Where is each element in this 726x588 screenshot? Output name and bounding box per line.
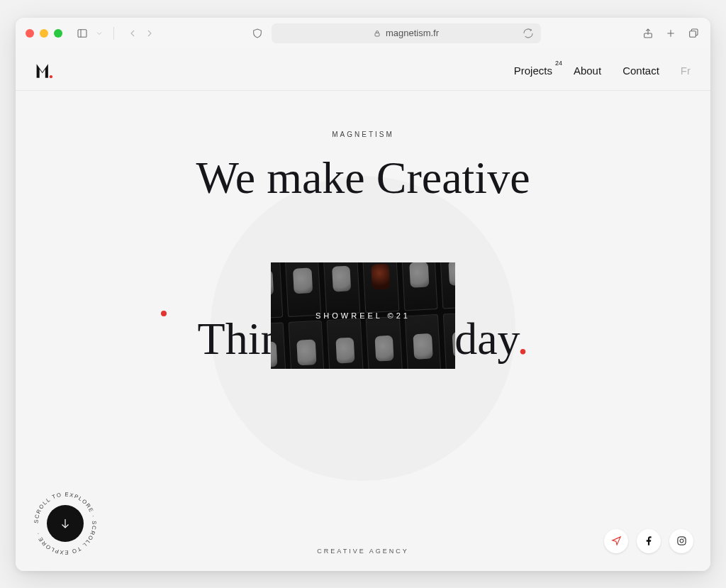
- nav-about[interactable]: About: [574, 65, 601, 77]
- nav-language-toggle[interactable]: Fr: [681, 65, 691, 77]
- scroll-to-explore-badge[interactable]: SCROLL TO EXPLORE · SCROLL TO EXPLORE ·: [31, 489, 99, 558]
- window-close-button[interactable]: [26, 29, 34, 38]
- reload-icon[interactable]: [521, 26, 535, 40]
- hero-mid-row: SHOWREEL ©21: [16, 262, 710, 369]
- facebook-button[interactable]: [637, 529, 661, 553]
- hero-headline-line1: We make Creative: [196, 154, 530, 201]
- address-bar-wrap: magnetism.fr: [162, 23, 628, 43]
- tabs-overview-icon[interactable]: [686, 26, 700, 40]
- showreel-label: SHOWREEL ©21: [315, 311, 411, 320]
- share-icon[interactable]: [641, 26, 655, 40]
- svg-rect-11: [677, 537, 685, 545]
- forward-button[interactable]: [143, 26, 157, 40]
- svg-rect-6: [690, 30, 696, 37]
- privacy-shield-icon[interactable]: [250, 26, 264, 40]
- nav-contact[interactable]: Contact: [622, 65, 659, 77]
- hero-section: MAGNETISM We make Creative Things, Every…: [16, 91, 710, 570]
- page-content: Projects 24 About Contact Fr MAGNETISM W…: [16, 49, 710, 571]
- toolbar-divider: [113, 27, 114, 40]
- location-button[interactable]: [604, 529, 628, 553]
- svg-marker-7: [37, 64, 48, 78]
- nav-projects[interactable]: Projects 24: [514, 65, 552, 77]
- facebook-icon: [644, 536, 654, 546]
- svg-point-13: [683, 538, 684, 538]
- window-controls: [26, 29, 62, 38]
- browser-titlebar: magnetism.fr: [16, 18, 710, 49]
- hero-sub-label: CREATIVE AGENCY: [317, 548, 408, 555]
- location-arrow-icon: [611, 536, 622, 546]
- tab-overview-chevron-icon[interactable]: [95, 26, 104, 40]
- hero-eyebrow: MAGNETISM: [332, 131, 394, 138]
- site-logo[interactable]: [35, 62, 54, 80]
- lock-icon: [373, 29, 381, 38]
- showreel-video[interactable]: SHOWREEL ©21: [271, 262, 455, 369]
- toolbar-right: [641, 26, 700, 40]
- svg-point-8: [50, 75, 52, 78]
- back-button[interactable]: [125, 26, 140, 40]
- new-tab-icon[interactable]: [664, 26, 678, 40]
- nav-arrows: [125, 26, 157, 40]
- svg-rect-2: [375, 33, 379, 36]
- scroll-badge-ring-text: SCROLL TO EXPLORE · SCROLL TO EXPLORE ·: [31, 489, 99, 558]
- address-bar[interactable]: magnetism.fr: [272, 23, 541, 43]
- accent-dot: [161, 311, 167, 316]
- nav-projects-label: Projects: [514, 65, 552, 77]
- instagram-icon: [676, 536, 687, 546]
- svg-point-12: [680, 539, 683, 543]
- window-zoom-button[interactable]: [54, 29, 62, 38]
- social-links: [604, 529, 693, 553]
- browser-window: magnetism.fr: [16, 18, 710, 571]
- site-nav: Projects 24 About Contact Fr: [514, 65, 691, 77]
- instagram-button[interactable]: [669, 529, 693, 553]
- sidebar-toggle-icon[interactable]: [75, 26, 89, 40]
- svg-rect-0: [78, 29, 86, 37]
- site-header: Projects 24 About Contact Fr: [16, 49, 710, 91]
- address-bar-url: magnetism.fr: [386, 28, 439, 38]
- nav-projects-count: 24: [555, 60, 562, 67]
- window-minimize-button[interactable]: [40, 29, 48, 38]
- svg-text:SCROLL TO EXPLORE · SCROLL TO : SCROLL TO EXPLORE · SCROLL TO EXPLORE ·: [33, 491, 97, 555]
